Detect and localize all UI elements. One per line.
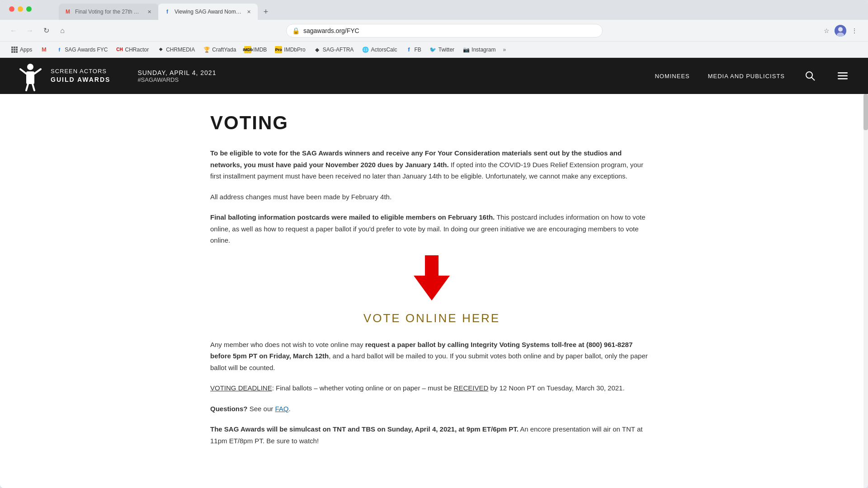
svg-line-16 bbox=[26, 84, 28, 90]
sag-favicon: f bbox=[164, 8, 171, 15]
bookmark-fb[interactable]: f FB bbox=[401, 45, 425, 55]
svg-rect-5 bbox=[16, 47, 18, 48]
bookmark-imdb[interactable]: IMDb IMDB bbox=[241, 45, 270, 55]
bookmark-sag-fyc[interactable]: f SAG Awards FYC bbox=[52, 45, 111, 55]
tab-gmail-close[interactable]: ✕ bbox=[146, 8, 153, 15]
red-arrow-section bbox=[210, 255, 653, 302]
bookmark-apps-label: Apps bbox=[20, 47, 32, 53]
bookmark-chractor-label: CHRactor bbox=[125, 47, 149, 53]
red-arrow-icon bbox=[414, 255, 450, 300]
user-avatar[interactable] bbox=[835, 25, 846, 37]
bookmark-chractor[interactable]: CH CHRactor bbox=[113, 45, 153, 55]
traffic-lights bbox=[9, 6, 32, 12]
search-icon[interactable] bbox=[803, 69, 817, 83]
voting-deadline-bold: : Final ballots – whether voting online … bbox=[272, 384, 454, 392]
sag-aftra-icon: ◆ bbox=[314, 46, 321, 53]
sag-date: SUNDAY, APRIL 4, 2021 bbox=[137, 69, 216, 76]
bookmark-instagram[interactable]: 📷 Instagram bbox=[459, 45, 499, 55]
svg-rect-10 bbox=[14, 51, 15, 53]
fb-icon: f bbox=[405, 46, 412, 53]
back-button[interactable]: ← bbox=[7, 24, 20, 37]
actorscalc-icon: 🌐 bbox=[362, 46, 369, 53]
svg-rect-6 bbox=[11, 49, 13, 51]
logo-line2: GUILD AWARDS bbox=[51, 75, 110, 84]
tab-gmail[interactable]: M Final Voting for the 27th Annu... ✕ bbox=[59, 4, 158, 20]
bookmark-craftyada-label: CraftYada bbox=[212, 47, 236, 53]
scrollbar-thumb[interactable] bbox=[863, 94, 868, 130]
gmail-favicon: M bbox=[64, 8, 71, 15]
new-tab-button[interactable]: + bbox=[259, 5, 272, 18]
bookmark-imdbpro[interactable]: Pro IMDbPro bbox=[271, 45, 309, 55]
svg-rect-13 bbox=[26, 71, 34, 84]
menu-icon[interactable] bbox=[835, 69, 850, 83]
sag-header-date: SUNDAY, APRIL 4, 2021 #SAGAWARDS bbox=[137, 69, 216, 83]
bookmark-star-button[interactable]: ☆ bbox=[820, 24, 833, 37]
url-text: sagawards.org/FYC bbox=[303, 27, 597, 34]
reload-button[interactable]: ↻ bbox=[40, 24, 52, 37]
header-actions: ☆ ⋮ bbox=[820, 24, 861, 37]
sag-logo-area: SCREEN ACTORS GUILD AWARDS bbox=[18, 62, 110, 89]
bookmark-sag-fyc-label: SAG Awards FYC bbox=[65, 47, 108, 53]
apps-icon bbox=[11, 46, 18, 53]
page-content: SCREEN ACTORS GUILD AWARDS SUNDAY, APRIL… bbox=[0, 58, 868, 488]
imdb-icon: IMDb bbox=[244, 46, 251, 53]
nav-media-publicists[interactable]: MEDIA AND PUBLICISTS bbox=[708, 73, 785, 80]
svg-rect-7 bbox=[14, 49, 15, 51]
bookmark-apps[interactable]: Apps bbox=[7, 45, 36, 55]
svg-rect-3 bbox=[11, 47, 13, 48]
bookmark-gmail[interactable]: M bbox=[37, 45, 51, 55]
svg-rect-22 bbox=[838, 78, 848, 80]
instagram-icon: 📷 bbox=[462, 46, 470, 53]
menu-button[interactable]: ⋮ bbox=[848, 24, 861, 37]
bookmark-twitter[interactable]: 🐦 Twitter bbox=[426, 45, 458, 55]
tab-sag[interactable]: f Viewing SAG Award Nominate... ✕ bbox=[158, 4, 258, 20]
svg-point-1 bbox=[838, 27, 843, 32]
svg-line-19 bbox=[811, 77, 815, 80]
svg-rect-8 bbox=[16, 49, 18, 51]
questions-post: . bbox=[288, 405, 290, 413]
svg-rect-9 bbox=[11, 51, 13, 53]
bookmark-sag-aftra[interactable]: ◆ SAG-AFTRA bbox=[310, 45, 358, 55]
svg-point-18 bbox=[806, 72, 812, 78]
sag-main-content[interactable]: VOTING To be eligible to vote for the SA… bbox=[0, 94, 863, 488]
address-paragraph: All address changes must have been made … bbox=[210, 191, 653, 203]
chrmedia-icon: ❖ bbox=[157, 46, 164, 53]
home-button[interactable]: ⌂ bbox=[56, 24, 69, 37]
minimize-button[interactable] bbox=[18, 6, 23, 12]
balloting-bold: Final balloting information postcards we… bbox=[210, 213, 495, 221]
browser-window: M Final Voting for the 27th Annu... ✕ f … bbox=[0, 0, 868, 488]
bookmark-actorscalc-label: ActorsCalc bbox=[371, 47, 397, 53]
bookmark-instagram-label: Instagram bbox=[472, 47, 495, 53]
bookmark-craftyada[interactable]: 🏆 CraftYada bbox=[199, 45, 240, 55]
url-bar[interactable]: 🔒 sagawards.org/FYC bbox=[286, 24, 603, 38]
svg-marker-23 bbox=[414, 255, 450, 300]
svg-point-12 bbox=[27, 64, 33, 70]
scrollbar-track[interactable] bbox=[863, 94, 868, 488]
bookmark-actorscalc[interactable]: 🌐 ActorsCalc bbox=[358, 45, 401, 55]
svg-rect-4 bbox=[14, 47, 15, 48]
close-button[interactable] bbox=[9, 6, 14, 12]
vote-online-link[interactable]: VOTE ONLINE HERE bbox=[210, 311, 653, 325]
svg-line-17 bbox=[33, 84, 34, 90]
sag-hashtag: #SAGAWARDS bbox=[137, 76, 216, 83]
sag-logo-icon bbox=[18, 62, 45, 89]
nav-nominees[interactable]: NOMINEES bbox=[655, 73, 689, 80]
tab-sag-close[interactable]: ✕ bbox=[245, 8, 252, 15]
balloting-paragraph: Final balloting information postcards we… bbox=[210, 211, 653, 246]
bookmarks-more-button[interactable]: » bbox=[500, 45, 509, 54]
svg-rect-20 bbox=[838, 72, 848, 74]
voting-deadline-paragraph: VOTING DEADLINE: Final ballots – whether… bbox=[210, 382, 653, 394]
svg-rect-11 bbox=[16, 51, 18, 53]
forward-button[interactable]: → bbox=[24, 24, 36, 37]
bookmark-chrmedia-label: CHRMEDIA bbox=[166, 47, 195, 53]
svg-line-14 bbox=[20, 69, 26, 74]
chractor-icon: CH bbox=[116, 46, 123, 53]
maximize-button[interactable] bbox=[26, 6, 32, 12]
questions-bold: Questions? bbox=[210, 405, 248, 413]
received-underline: RECEIVED bbox=[454, 384, 489, 392]
paper-ballot-pre: Any member who does not wish to vote onl… bbox=[210, 341, 365, 348]
faq-link[interactable]: FAQ bbox=[275, 405, 288, 413]
twitter-icon: 🐦 bbox=[429, 46, 437, 53]
sag-main-wrapper: VOTING To be eligible to vote for the SA… bbox=[0, 94, 868, 488]
bookmark-chrmedia[interactable]: ❖ CHRMEDIA bbox=[153, 45, 198, 55]
